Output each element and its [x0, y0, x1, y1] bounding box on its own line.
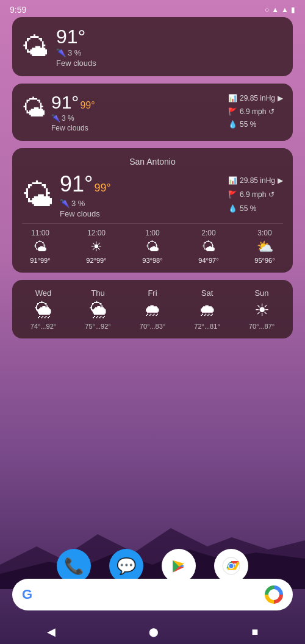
weekly-temps: 74°...92°	[30, 323, 56, 330]
hourly-forecast: 11:00 🌤 91°99° 12:00 ☀ 92°99° 1:00 🌤 93°…	[22, 223, 283, 264]
hourly-temps: 92°99°	[86, 257, 106, 264]
pressure-icon-medium: 📊	[228, 92, 237, 106]
circle-icon: ○	[265, 5, 269, 14]
weekly-icon: 🌦	[90, 300, 107, 320]
svg-point-5	[229, 564, 234, 568]
hourly-hour: 11:00	[31, 229, 49, 237]
wifi-icon: ▲	[271, 5, 279, 14]
hourly-item: 2:00 🌤 94°97°	[190, 229, 227, 264]
weather-icon-small: 🌤	[22, 32, 49, 62]
hourly-temps: 94°97°	[198, 257, 218, 264]
weekly-temps: 72°...81°	[194, 323, 220, 330]
hourly-icon: 🌤	[146, 239, 159, 255]
city-name: San Antonio	[22, 157, 283, 166]
weather-widget-weekly[interactable]: Wed 🌦 74°...92° Thu 🌦 75°...92° Fri 🌧 70…	[12, 280, 293, 338]
weekly-temps: 70°...83°	[140, 323, 165, 330]
hourly-icon: 🌤	[202, 239, 215, 255]
search-bar[interactable]: G	[12, 579, 293, 610]
weekly-icon: 🌦	[35, 300, 52, 320]
pressure-icon-large: 📊	[228, 174, 237, 188]
hourly-hour: 12:00	[87, 229, 106, 237]
status-icons: ○ ▲ ▲ ▮	[265, 5, 295, 14]
phone-app-icon[interactable]: 📞	[57, 549, 91, 583]
hourly-temps: 95°96°	[254, 257, 274, 264]
hourly-icon: ☀	[90, 239, 102, 255]
status-time: 9:59	[10, 5, 26, 15]
signal-icon: ▲	[281, 5, 289, 14]
weather-widget-small[interactable]: 🌤 91° 🌂 3 % Few clouds	[12, 17, 293, 76]
play-store-app-icon[interactable]	[162, 549, 196, 583]
precip-small: 🌂 3 %	[56, 48, 96, 57]
hourly-temps: 93°98°	[142, 257, 162, 264]
wind-icon-large: 🚩	[228, 188, 237, 202]
weekly-day: Thu	[91, 288, 104, 298]
back-button[interactable]: ◀	[47, 625, 56, 639]
temp-high-large: 99°	[94, 182, 110, 195]
stats-medium: 📊 29.85 inHg ▶ 🚩 6.9 mph ↺ 💧 55 %	[228, 92, 283, 132]
weekly-day: Wed	[35, 288, 52, 298]
home-button[interactable]: ⬤	[149, 627, 159, 637]
hourly-hour: 1:00	[145, 229, 159, 237]
hourly-temps: 91°99°	[30, 257, 50, 264]
temp-high-medium: 99°	[80, 100, 95, 111]
temp-large: 91°	[60, 171, 93, 197]
condition-large: Few clouds	[60, 209, 111, 218]
hourly-item: 12:00 ☀ 92°99°	[78, 229, 115, 264]
recents-button[interactable]: ■	[252, 626, 259, 639]
google-assistant-icon[interactable]	[265, 585, 283, 604]
hourly-icon: ⛅	[257, 239, 273, 255]
weekly-icon: 🌧	[144, 300, 161, 320]
weekly-temps: 70°...87°	[249, 323, 274, 330]
umbrella-icon-medium: 🌂	[51, 114, 60, 123]
condition-medium: Few clouds	[51, 124, 95, 132]
umbrella-icon-small: 🌂	[56, 48, 66, 57]
app-dock: 📞 💬	[0, 549, 305, 583]
hourly-hour: 2:00	[201, 229, 215, 237]
humidity-icon-medium: 💧	[228, 118, 237, 132]
hourly-item: 1:00 🌤 93°98°	[134, 229, 171, 264]
weekly-item: Sat 🌧 72°...81°	[186, 288, 229, 330]
precip-large: 🌂 3 %	[60, 199, 111, 208]
weekly-day: Sat	[201, 288, 214, 298]
stats-large: 📊 29.85 inHg ▶ 🚩 6.9 mph ↺ 💧 55 %	[228, 174, 283, 215]
wind-icon-medium: 🚩	[228, 106, 237, 119]
weekly-temps: 75°...92°	[85, 323, 110, 330]
weekly-forecast: Wed 🌦 74°...92° Thu 🌦 75°...92° Fri 🌧 70…	[22, 288, 283, 330]
hourly-hour: 3:00	[257, 229, 271, 237]
temp-small: 91°	[56, 26, 96, 48]
weekly-item: Sun ☀ 70°...87°	[240, 288, 283, 330]
temp-medium: 91°	[51, 92, 79, 113]
hourly-item: 3:00 ⛅ 95°96°	[246, 229, 283, 264]
weekly-item: Wed 🌦 74°...92°	[22, 288, 65, 330]
weather-icon-large: 🌤	[22, 177, 54, 213]
google-logo: G	[22, 587, 32, 603]
weekly-day: Sun	[254, 288, 268, 298]
humidity-icon-large: 💧	[228, 202, 237, 216]
weather-widget-large[interactable]: San Antonio 🌤 91° 99° 🌂 3 % Few clouds 📊…	[12, 148, 293, 273]
weekly-icon: 🌧	[199, 300, 216, 320]
condition-small: Few clouds	[56, 59, 96, 68]
precip-medium: 🌂 3 %	[51, 114, 95, 123]
messages-app-icon[interactable]: 💬	[109, 549, 143, 583]
weekly-day: Fri	[148, 288, 157, 298]
weekly-item: Fri 🌧 70°...83°	[131, 288, 174, 330]
hourly-icon: 🌤	[34, 239, 47, 255]
umbrella-icon-large: 🌂	[60, 199, 70, 208]
nav-bar: ◀ ⬤ ■	[0, 622, 305, 644]
weekly-icon: ☀	[254, 300, 270, 320]
hourly-item: 11:00 🌤 91°99°	[22, 229, 59, 264]
status-bar: 9:59 ○ ▲ ▲ ▮	[0, 0, 305, 17]
weather-icon-medium: 🌤	[22, 95, 46, 122]
weather-widget-medium[interactable]: 🌤 91° 99° 🌂 3 % Few clouds 📊 29.85 inHg …	[12, 84, 293, 141]
chrome-app-icon[interactable]	[214, 549, 248, 583]
weekly-item: Thu 🌦 75°...92°	[77, 288, 120, 330]
battery-icon: ▮	[291, 5, 295, 14]
